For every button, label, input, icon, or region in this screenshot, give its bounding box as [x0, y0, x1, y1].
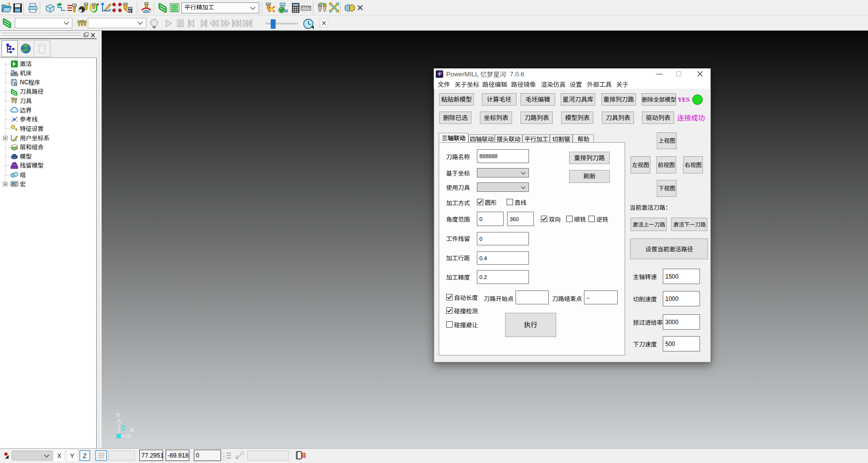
svg-text:Z: Z: [121, 424, 125, 432]
svg-text:z: z: [223, 458, 225, 460]
svg-text:Y: Y: [116, 411, 120, 419]
svg-text:X: X: [130, 426, 134, 434]
